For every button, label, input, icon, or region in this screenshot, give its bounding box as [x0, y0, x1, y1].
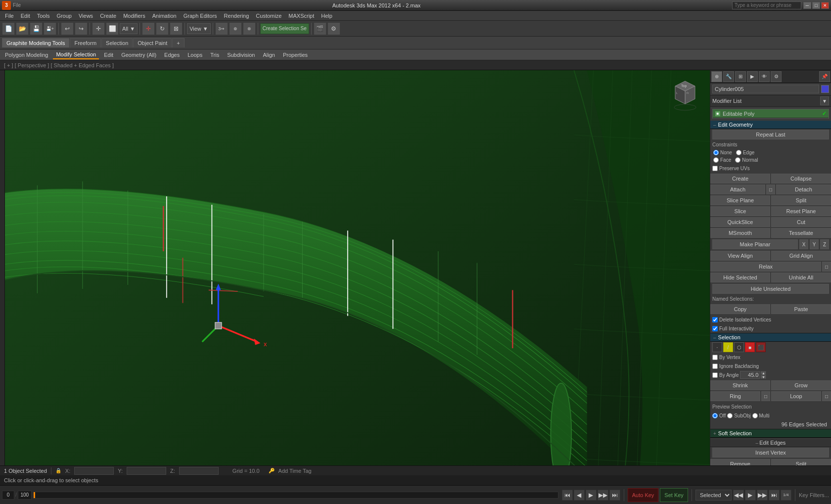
sr-subdivision[interactable]: Subdivision	[224, 51, 258, 59]
current-frame-input[interactable]	[2, 491, 14, 500]
nav-prev-button[interactable]: ◀◀	[733, 490, 744, 501]
frame-type-button[interactable]: 1/4	[781, 490, 791, 501]
viewport-3d[interactable]: Total Polys: 751,808 Verts: 376,450 FPS:…	[5, 70, 710, 504]
reset-plane-button[interactable]: Reset Plane	[771, 206, 831, 216]
preview-off-radio[interactable]: Off	[712, 413, 726, 418]
z-coord-input[interactable]	[179, 467, 219, 475]
minimize-button[interactable]: ─	[803, 2, 811, 9]
new-button[interactable]: 📄	[2, 22, 15, 35]
tool-btn-3[interactable]: ⊗	[243, 22, 256, 35]
modifier-item-editable-poly[interactable]: ■ Editable Poly ✓	[713, 109, 829, 118]
create-button[interactable]: Create	[710, 174, 770, 183]
detach-button[interactable]: Detach	[776, 184, 831, 194]
split-button[interactable]: Split	[771, 195, 831, 205]
unhide-all-button[interactable]: Unhide All	[771, 273, 831, 282]
sr-geometry-all[interactable]: Geometry (All)	[118, 51, 159, 59]
constraint-face[interactable]: Face	[713, 157, 731, 163]
rotate-button[interactable]: ↻	[156, 22, 169, 35]
cmd-tab-motion[interactable]: ▶	[747, 71, 758, 82]
sr-align[interactable]: Align	[260, 51, 277, 59]
viewport-label[interactable]: [ + ] [ Perspective ] [ Shaded + Edged F…	[2, 61, 116, 69]
angle-up-button[interactable]: ▲	[760, 371, 766, 375]
planar-x-button[interactable]: X	[799, 239, 808, 249]
sr-edit[interactable]: Edit	[101, 51, 116, 59]
shrink-button[interactable]: Shrink	[710, 380, 770, 390]
tessellate-button[interactable]: Tessellate	[771, 228, 831, 238]
ribbon-tab-graphite[interactable]: Graphite Modeling Tools	[2, 38, 69, 47]
menu-views[interactable]: Views	[76, 12, 96, 20]
menu-maxscript[interactable]: MAXScript	[285, 12, 317, 20]
next-frame-button[interactable]: ▶▶	[598, 490, 608, 501]
tool-btn-2[interactable]: ⊕	[229, 22, 242, 35]
view-align-button[interactable]: View Align	[710, 251, 770, 261]
make-planar-button[interactable]: Make Planar	[712, 239, 798, 249]
sr-properties[interactable]: Properties	[280, 51, 311, 59]
y-coord-input[interactable]	[127, 467, 166, 475]
slice-button[interactable]: Slice	[710, 206, 770, 216]
menu-edit[interactable]: Edit	[18, 12, 33, 20]
menu-tools[interactable]: Tools	[34, 12, 53, 20]
preview-multi-radio[interactable]: Multi	[752, 413, 770, 418]
cmd-tab-display[interactable]: 👁	[759, 71, 770, 82]
loop-options-button[interactable]: □	[822, 391, 831, 401]
vertex-select-icon[interactable]: ·	[712, 342, 722, 352]
edit-geometry-header[interactable]: – Edit Geometry	[710, 121, 831, 129]
modifier-list-dropdown[interactable]: ▼	[820, 96, 829, 105]
collapse-button[interactable]: Collapse	[771, 174, 831, 183]
timeline-track[interactable]	[33, 492, 558, 499]
tool-btn-1[interactable]: 3⇒	[215, 22, 228, 35]
go-to-start-button[interactable]: ⏮	[562, 490, 573, 501]
hide-unselected-button[interactable]: Hide Unselected	[712, 284, 829, 294]
ref-coord-dropdown[interactable]: View ▼	[187, 23, 211, 34]
constraint-normal[interactable]: Normal	[735, 157, 758, 163]
selected-dropdown[interactable]: Selected	[695, 490, 732, 501]
render-button[interactable]: 🎬	[314, 22, 326, 35]
full-interactivity-check[interactable]: Full Interactivity	[712, 326, 753, 331]
grid-align-button[interactable]: Grid Align	[771, 251, 831, 261]
ribbon-tab-selection[interactable]: Selection	[101, 38, 133, 47]
edge-select-icon[interactable]: /	[723, 342, 733, 352]
nav-play2-button[interactable]: ▶	[745, 490, 756, 501]
attach-options-button[interactable]: □	[766, 184, 775, 194]
sr-edges[interactable]: Edges	[161, 51, 183, 59]
element-select-icon[interactable]: ⬛	[756, 342, 766, 352]
slice-plane-button[interactable]: Slice Plane	[710, 195, 770, 205]
save-button[interactable]: 💾	[30, 22, 43, 35]
ignore-backfacing-check[interactable]: Ignore Backfacing	[712, 364, 759, 369]
menu-create[interactable]: Create	[97, 12, 119, 20]
cmd-tab-utilities[interactable]: ⚙	[771, 71, 782, 82]
nav-end-button[interactable]: ⏭	[769, 490, 780, 501]
by-angle-check[interactable]: By Angle	[712, 372, 739, 378]
hide-selected-button[interactable]: Hide Selected	[710, 273, 770, 282]
cmd-tab-hierarchy[interactable]: ⊞	[735, 71, 746, 82]
loop-button[interactable]: Loop	[771, 391, 821, 401]
cmd-tab-pin[interactable]: 📌	[819, 71, 830, 82]
ring-button[interactable]: Ring	[710, 391, 760, 401]
go-to-end-button[interactable]: ⏭	[609, 490, 620, 501]
set-key-button[interactable]: Set Key	[660, 488, 688, 502]
play-button[interactable]: ▶	[586, 490, 597, 501]
select-filter-dropdown[interactable]: All ▼	[120, 23, 138, 34]
total-frames-input[interactable]	[18, 491, 32, 500]
x-coord-input[interactable]	[74, 467, 114, 475]
move-button[interactable]: ✛	[142, 22, 155, 35]
quickslice-button[interactable]: QuickSlice	[710, 217, 770, 227]
soft-selection-header[interactable]: + Soft Selection	[710, 429, 831, 438]
planar-z-button[interactable]: Z	[820, 239, 829, 249]
grow-button[interactable]: Grow	[771, 380, 831, 390]
undo-button[interactable]: ↩	[61, 22, 74, 35]
ribbon-tab-freeform[interactable]: Freeform	[70, 38, 101, 47]
select-button[interactable]: ✛	[92, 22, 105, 35]
menu-animation[interactable]: Animation	[149, 12, 180, 20]
ribbon-tab-object-paint[interactable]: Object Paint	[133, 38, 172, 47]
by-vertex-check[interactable]: By Vertex	[712, 355, 740, 360]
cmd-tab-modify[interactable]: 🔧	[723, 71, 734, 82]
menu-help[interactable]: Help	[318, 12, 335, 20]
menu-file[interactable]: File	[2, 12, 17, 20]
by-angle-input[interactable]	[740, 371, 760, 379]
menu-rendering[interactable]: Rendering	[221, 12, 252, 20]
sr-modify-selection[interactable]: Modify Selection	[53, 50, 99, 59]
timeline-playhead[interactable]	[34, 492, 35, 498]
ring-options-button[interactable]: □	[761, 391, 770, 401]
border-select-icon[interactable]: ⬡	[734, 342, 744, 352]
